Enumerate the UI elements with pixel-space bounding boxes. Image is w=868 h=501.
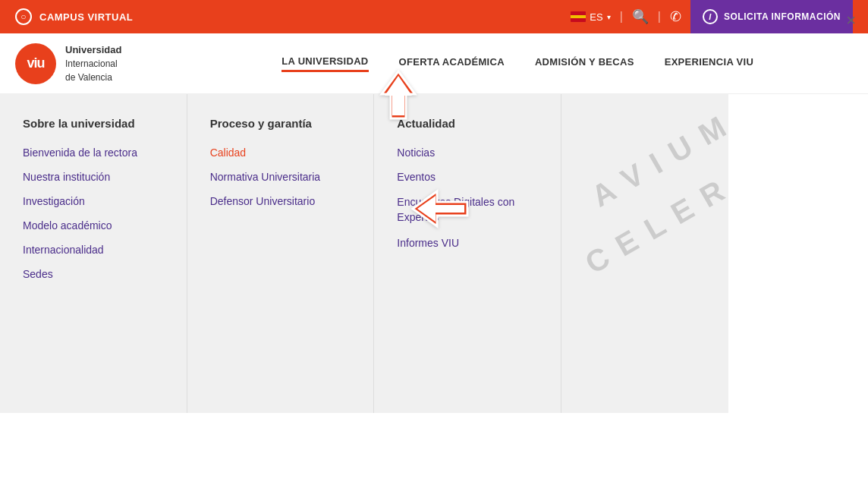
solicita-button[interactable]: i SOLICITA INFORMACIÓN <box>690 0 853 33</box>
link-eventos[interactable]: Eventos <box>397 171 538 183</box>
dropdown-col-actualidad: Actualidad Noticias Eventos Encuentros D… <box>374 94 561 413</box>
nav-la-universidad[interactable]: LA UNIVERSIDAD <box>281 55 368 72</box>
info-icon: i <box>703 9 718 24</box>
chevron-down-icon: ▾ <box>607 13 611 21</box>
flag-icon <box>571 11 586 22</box>
dropdown-col-proceso: Proceso y garantía Calidad Normativa Uni… <box>187 94 375 413</box>
link-bienvenida[interactable]: Bienvenida de la rectora <box>23 147 164 159</box>
dropdown-col-universidad: Sobre la universidad Bienvenida de la re… <box>0 94 187 413</box>
header-nav: viu Universidad Internacional de Valenci… <box>0 33 868 94</box>
link-sedes[interactable]: Sedes <box>23 268 164 280</box>
watermark: A V I U MC E L E R E <box>561 99 728 289</box>
col1-title: Sobre la universidad <box>23 117 164 130</box>
nav-links: LA UNIVERSIDAD OFERTA ACADÉMICA ADMISIÓN… <box>182 55 853 72</box>
divider: | <box>620 10 623 24</box>
logo-line1: Universidad <box>65 44 121 55</box>
logo-text: Universidad Internacional de Valencia <box>65 43 121 85</box>
link-nuestra-institucion[interactable]: Nuestra institución <box>23 171 164 183</box>
dropdown-panel: Sobre la universidad Bienvenida de la re… <box>0 94 728 413</box>
link-calidad[interactable]: Calidad <box>210 147 351 159</box>
campus-virtual-label: CAMPUS VIRTUAL <box>39 11 133 23</box>
nav-experiencia-viu[interactable]: EXPERIENCIA VIU <box>665 56 753 71</box>
logo-area[interactable]: viu Universidad Internacional de Valenci… <box>15 43 121 85</box>
campus-virtual-link[interactable]: ○ CAMPUS VIRTUAL <box>15 8 133 25</box>
annotation-arrow-up <box>376 68 421 124</box>
solicita-label: SOLICITA INFORMACIÓN <box>724 11 841 22</box>
nav-admision-becas[interactable]: ADMISIÓN Y BECAS <box>535 56 634 71</box>
link-informes[interactable]: Informes VIU <box>397 237 538 249</box>
link-internacionalidad[interactable]: Internacionalidad <box>23 244 164 256</box>
col2-title: Proceso y garantía <box>210 117 351 130</box>
logo-line3: de Valencia <box>65 72 112 83</box>
link-modelo-academico[interactable]: Modelo académico <box>23 219 164 232</box>
top-bar: ○ CAMPUS VIRTUAL ES ▾ | 🔍 | ✆ i SOLICITA… <box>0 0 868 33</box>
svg-marker-2 <box>385 76 412 115</box>
link-normativa[interactable]: Normativa Universitaria <box>210 171 351 183</box>
link-investigacion[interactable]: Investigación <box>23 195 164 207</box>
annotation-arrow-left <box>410 188 470 233</box>
user-icon: ○ <box>15 8 32 25</box>
phone-icon[interactable]: ✆ <box>670 8 681 25</box>
logo-circle: viu <box>15 43 56 84</box>
logo-abbr: viu <box>27 55 44 71</box>
logo-line2: Internacional <box>65 58 118 69</box>
lang-label: ES <box>590 11 602 23</box>
language-selector[interactable]: ES ▾ <box>571 11 610 23</box>
close-dropdown-button[interactable]: × <box>846 11 856 30</box>
top-bar-right: ES ▾ | 🔍 | ✆ i SOLICITA INFORMACIÓN <box>571 0 853 33</box>
watermark-area: A V I U MC E L E R E <box>561 94 728 413</box>
link-defensor[interactable]: Defensor Universitario <box>210 195 351 207</box>
link-noticias[interactable]: Noticias <box>397 147 538 159</box>
divider2: | <box>658 10 661 24</box>
search-icon[interactable]: 🔍 <box>632 8 649 25</box>
